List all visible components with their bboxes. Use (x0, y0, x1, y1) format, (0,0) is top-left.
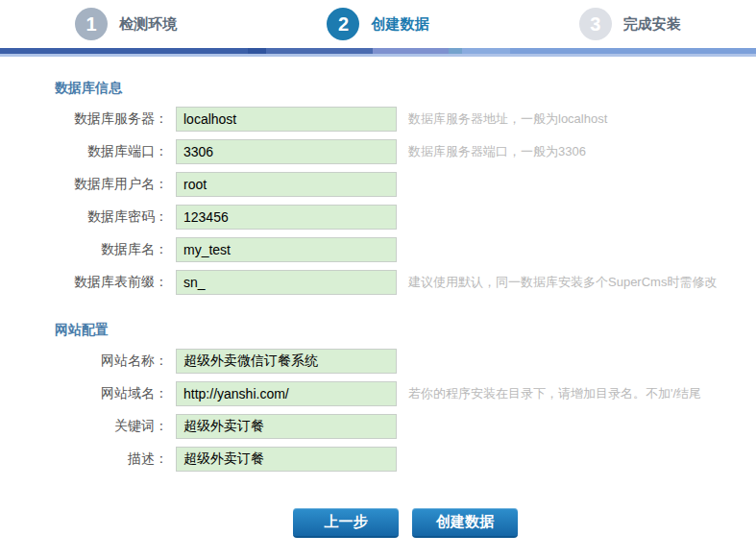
db-name-label: 数据库名： (55, 241, 168, 258)
site-domain-input[interactable] (176, 381, 397, 406)
site-keywords-input[interactable] (176, 414, 397, 439)
section-title: 数据库信息 (55, 80, 756, 97)
db-name-input[interactable] (176, 237, 397, 262)
form-row: 数据库表前缀： 建议使用默认，同一数据库安装多个SuperCms时需修改 (55, 270, 756, 295)
db-password-label: 数据库密码： (55, 208, 168, 226)
wizard-step-finish-install: 3 完成安装 (504, 8, 756, 40)
db-username-label: 数据库用户名： (55, 176, 168, 193)
site-description-input[interactable] (176, 447, 397, 472)
db-table-prefix-input[interactable] (176, 270, 397, 295)
form-row: 数据库端口： 数据库服务器端口，一般为3306 (55, 139, 756, 164)
step-number-badge: 2 (327, 8, 359, 40)
site-domain-hint: 若你的程序安装在目录下，请增加目录名。不加'/结尾 (408, 385, 701, 402)
db-host-input[interactable] (176, 107, 397, 132)
db-host-label: 数据库服务器： (55, 110, 168, 128)
db-port-input[interactable] (176, 139, 397, 164)
section-title: 网站配置 (55, 322, 756, 339)
form-row: 网站域名： 若你的程序安装在目录下，请增加目录名。不加'/结尾 (55, 381, 756, 406)
db-username-input[interactable] (176, 172, 397, 197)
db-password-input[interactable] (176, 205, 397, 230)
form-row: 数据库名： (55, 237, 756, 262)
db-host-hint: 数据库服务器地址，一般为localhost (408, 110, 607, 128)
db-table-prefix-label: 数据库表前缀： (55, 274, 168, 291)
form-row: 关键词： (55, 414, 756, 439)
step-number-badge: 3 (579, 8, 612, 40)
db-port-hint: 数据库服务器端口，一般为3306 (408, 143, 586, 160)
action-buttons: 上一步 创建数据 (55, 508, 756, 538)
step-label: 完成安装 (623, 15, 681, 34)
site-domain-label: 网站域名： (55, 385, 168, 402)
create-data-button[interactable]: 创建数据 (412, 508, 518, 538)
form-row: 数据库密码： (55, 205, 756, 230)
db-table-prefix-hint: 建议使用默认，同一数据库安装多个SuperCms时需修改 (408, 274, 717, 291)
wizard-step-create-data: 2 创建数据 (252, 8, 503, 40)
form-row: 网站名称： (55, 349, 756, 374)
site-keywords-label: 关键词： (55, 418, 168, 435)
install-form: 数据库信息 数据库服务器： 数据库服务器地址，一般为localhost 数据库端… (0, 57, 756, 538)
step-number-badge: 1 (75, 8, 108, 40)
form-row: 数据库用户名： (55, 172, 756, 197)
site-name-input[interactable] (176, 349, 397, 374)
section-site-config: 网站配置 网站名称： 网站域名： 若你的程序安装在目录下，请增加目录名。不加'/… (55, 322, 756, 472)
form-row: 描述： (55, 447, 756, 472)
step-label: 检测环境 (119, 15, 177, 34)
previous-step-button[interactable]: 上一步 (293, 508, 399, 538)
wizard-step-indicator: 1 检测环境 2 创建数据 3 完成安装 (0, 0, 756, 48)
section-database-info: 数据库信息 数据库服务器： 数据库服务器地址，一般为localhost 数据库端… (55, 80, 756, 295)
site-name-label: 网站名称： (55, 352, 168, 370)
step-label: 创建数据 (371, 15, 428, 34)
db-port-label: 数据库端口： (55, 143, 168, 160)
wizard-step-check-env: 1 检测环境 (0, 8, 252, 40)
form-row: 数据库服务器： 数据库服务器地址，一般为localhost (55, 107, 756, 132)
site-description-label: 描述： (55, 450, 168, 468)
